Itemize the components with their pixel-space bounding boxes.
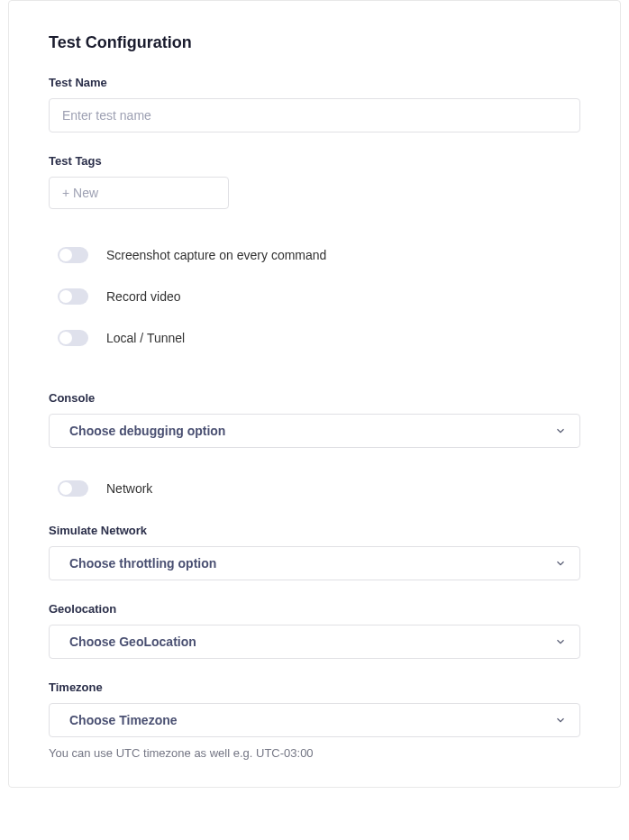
config-panel: Test Configuration Test Name Test Tags +… bbox=[8, 0, 621, 788]
network-toggle-section: Network bbox=[49, 470, 580, 507]
local-tunnel-toggle[interactable] bbox=[58, 330, 88, 346]
timezone-select[interactable]: Choose Timezone bbox=[49, 703, 580, 737]
simulate-network-label: Simulate Network bbox=[49, 524, 580, 537]
page-title: Test Configuration bbox=[49, 33, 580, 52]
geolocation-label: Geolocation bbox=[49, 602, 580, 616]
simulate-network-select[interactable]: Choose throttling option bbox=[49, 546, 580, 580]
test-name-label: Test Name bbox=[49, 76, 580, 89]
screenshot-toggle-label: Screenshot capture on every command bbox=[106, 248, 326, 262]
record-video-toggle-row: Record video bbox=[49, 278, 580, 315]
chevron-down-icon bbox=[554, 557, 567, 570]
toggle-knob bbox=[59, 332, 72, 344]
toggle-knob bbox=[59, 290, 72, 303]
record-video-toggle[interactable] bbox=[58, 288, 88, 305]
timezone-hint: You can use UTC timezone as well e.g. UT… bbox=[49, 746, 580, 760]
timezone-label: Timezone bbox=[49, 680, 580, 694]
geolocation-group: Geolocation Choose GeoLocation bbox=[49, 602, 580, 659]
record-video-toggle-label: Record video bbox=[106, 289, 181, 304]
test-name-group: Test Name bbox=[49, 76, 580, 132]
console-label: Console bbox=[49, 391, 580, 405]
console-select[interactable]: Choose debugging option bbox=[49, 414, 580, 448]
geolocation-select[interactable]: Choose GeoLocation bbox=[49, 625, 580, 659]
network-toggle[interactable] bbox=[58, 480, 88, 497]
toggle-knob bbox=[59, 482, 72, 495]
local-tunnel-toggle-label: Local / Tunnel bbox=[106, 331, 185, 345]
toggle-knob bbox=[59, 249, 72, 261]
chevron-down-icon bbox=[554, 425, 567, 437]
console-select-placeholder: Choose debugging option bbox=[69, 424, 225, 438]
chevron-down-icon bbox=[554, 635, 567, 648]
toggles-block: Screenshot capture on every command Reco… bbox=[49, 236, 580, 357]
simulate-network-placeholder: Choose throttling option bbox=[69, 556, 216, 571]
local-tunnel-toggle-row: Local / Tunnel bbox=[49, 319, 580, 357]
simulate-network-group: Simulate Network Choose throttling optio… bbox=[49, 524, 580, 580]
test-name-input[interactable] bbox=[49, 98, 580, 132]
timezone-placeholder: Choose Timezone bbox=[69, 713, 178, 727]
screenshot-toggle[interactable] bbox=[58, 247, 88, 263]
test-tags-label: Test Tags bbox=[49, 154, 580, 168]
network-toggle-row: Network bbox=[49, 470, 580, 507]
network-toggle-label: Network bbox=[106, 481, 152, 496]
screenshot-toggle-row: Screenshot capture on every command bbox=[49, 236, 580, 274]
console-group: Console Choose debugging option bbox=[49, 391, 580, 448]
timezone-group: Timezone Choose Timezone You can use UTC… bbox=[49, 680, 580, 760]
test-tags-group: Test Tags + New bbox=[49, 154, 580, 209]
chevron-down-icon bbox=[554, 714, 567, 726]
test-tags-input[interactable]: + New bbox=[49, 177, 229, 209]
geolocation-placeholder: Choose GeoLocation bbox=[69, 635, 196, 649]
new-tag-placeholder: + New bbox=[62, 186, 98, 200]
